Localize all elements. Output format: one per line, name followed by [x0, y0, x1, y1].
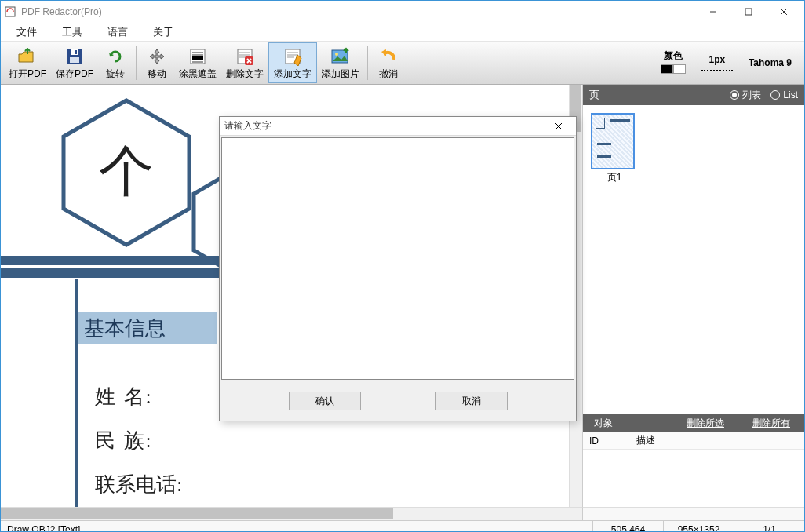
undo-button[interactable]: 撤消 [371, 42, 406, 83]
document-rule [75, 279, 78, 507]
title-bar: PDF Redactor(Pro) [1, 1, 804, 23]
status-message: Draw OBJ2 [Text] [1, 521, 592, 532]
svg-point-26 [335, 53, 338, 56]
status-size: 955×1352 [663, 521, 734, 532]
move-button[interactable]: 移动 [140, 42, 174, 83]
dialog-text-input[interactable] [221, 137, 574, 380]
menu-tools[interactable]: 工具 [49, 24, 95, 41]
menu-bar: 文件 工具 语言 关于 [1, 23, 804, 42]
menu-file[interactable]: 文件 [4, 24, 49, 41]
view-mode-thumb[interactable]: List [770, 89, 798, 100]
blackout-button[interactable]: 涂黑遮盖 [174, 42, 221, 83]
color-picker[interactable]: 颜色 [661, 49, 686, 76]
delete-text-button[interactable]: 删除文字 [221, 42, 268, 83]
col-id[interactable]: ID [583, 435, 630, 446]
section-heading: 基本信息 [75, 312, 217, 344]
svg-rect-8 [70, 57, 79, 63]
rotate-icon [104, 46, 126, 67]
svg-rect-2 [745, 9, 752, 15]
thumbnail-image [591, 113, 635, 169]
svg-rect-7 [75, 50, 77, 54]
field-name: 姓 名: [95, 383, 153, 410]
add-image-button[interactable]: 添加图片 [317, 42, 364, 83]
undo-icon [377, 46, 399, 67]
field-ethnicity: 民 族: [95, 427, 153, 454]
add-image-icon [330, 46, 352, 67]
view-mode-list[interactable]: 列表 [730, 89, 761, 102]
folder-open-icon [16, 46, 38, 67]
dialog-cancel-button[interactable]: 取消 [435, 392, 508, 410]
svg-rect-12 [192, 56, 203, 60]
close-icon [555, 122, 563, 130]
side-panel: 页 列表 List 页1 对象 删除所选 删除所有 ID [582, 85, 804, 507]
add-text-icon [282, 46, 304, 67]
save-pdf-button[interactable]: 保存PDF [51, 42, 98, 83]
dialog-close-button[interactable] [546, 118, 571, 135]
app-icon [4, 5, 16, 18]
status-coords: 505,464 [592, 521, 663, 532]
delete-all-link[interactable]: 删除所有 [738, 417, 804, 430]
field-phone: 联系电话: [95, 471, 182, 498]
page-thumbnails: 页1 [583, 105, 804, 410]
horizontal-scrollbar[interactable] [1, 507, 582, 520]
svg-text:个: 个 [99, 140, 154, 202]
status-page: 1/1 [734, 521, 804, 532]
maximize-button[interactable] [730, 1, 766, 23]
objects-table: ID 描述 [583, 432, 804, 507]
text-input-dialog: 请输入文字 确认 取消 [219, 116, 577, 421]
close-button[interactable] [766, 1, 801, 23]
delete-text-icon [234, 46, 256, 67]
blackout-icon [187, 46, 209, 67]
open-pdf-button[interactable]: 打开PDF [4, 42, 51, 83]
toolbar-separator [136, 46, 137, 80]
hexagon-shape: 个 [56, 96, 197, 253]
page-thumbnail[interactable]: 页1 [591, 113, 638, 184]
save-icon [64, 46, 86, 67]
page-label: 页1 [591, 171, 638, 184]
toolbar-separator [367, 46, 368, 80]
menu-language[interactable]: 语言 [95, 24, 140, 41]
line-style-icon [701, 70, 733, 71]
objects-title: 对象 [583, 417, 624, 430]
status-bar: Draw OBJ2 [Text] 505,464 955×1352 1/1 [1, 520, 804, 532]
add-text-button[interactable]: 添加文字 [268, 42, 317, 83]
window-title: PDF Redactor(Pro) [21, 6, 102, 17]
dialog-ok-button[interactable]: 确认 [289, 392, 361, 410]
font-picker[interactable]: Tahoma 9 [749, 57, 792, 68]
line-width-picker[interactable]: 1px [701, 54, 733, 71]
move-icon [146, 46, 168, 67]
dialog-titlebar[interactable]: 请输入文字 [220, 117, 576, 136]
pages-panel-header: 页 列表 List [583, 85, 804, 105]
minimize-button[interactable] [695, 1, 730, 23]
objects-panel-header: 对象 删除所选 删除所有 [583, 414, 804, 432]
col-desc[interactable]: 描述 [630, 434, 655, 447]
toolbar: 打开PDF 保存PDF 旋转 移动 涂黑遮盖 删除文字 添加文字 添加图片 撤消… [1, 42, 804, 85]
pages-title: 页 [589, 88, 599, 102]
rotate-button[interactable]: 旋转 [98, 42, 133, 83]
delete-selected-link[interactable]: 删除所选 [672, 417, 738, 430]
dialog-title: 请输入文字 [224, 119, 271, 133]
menu-about[interactable]: 关于 [140, 24, 186, 41]
